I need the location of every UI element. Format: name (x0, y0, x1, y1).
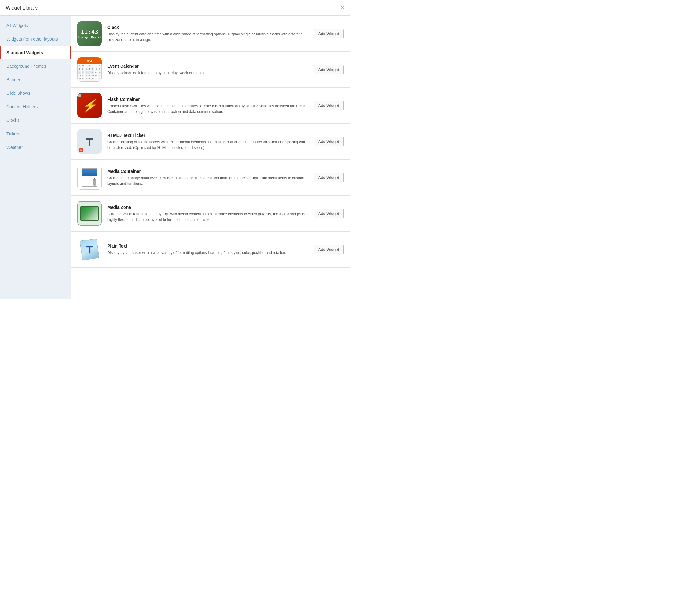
add-widget-button-html5-text-ticker[interactable]: Add Widget (314, 137, 344, 146)
widget-name-event-calendar: Event Calendar (107, 64, 308, 69)
add-widget-button-flash-container[interactable]: Add Widget (314, 101, 344, 110)
add-widget-button-media-container[interactable]: Add Widget (314, 173, 344, 182)
close-button[interactable]: × (341, 5, 344, 11)
widget-info-event-calendar: Event Calendar Display scheduled informa… (107, 64, 308, 76)
sidebar: All WidgetsWidgets from other layoutsSta… (0, 16, 71, 299)
widget-icon-html5-text-ticker: T 5 (77, 129, 102, 154)
widget-icon-plain-text: T (77, 237, 102, 262)
widget-info-media-zone: Media Zone Build the visual foundation o… (107, 205, 308, 222)
widget-name-clock: Clock (107, 25, 308, 30)
media-container-icon (77, 165, 102, 190)
widget-desc-event-calendar: Display scheduled information by hour, d… (107, 70, 308, 76)
widget-row-media-container: Media Container Create and manage multi-… (71, 159, 350, 196)
html5-text-ticker-icon: T 5 (77, 129, 102, 154)
sidebar-item-all-widgets[interactable]: All Widgets (0, 19, 71, 32)
sidebar-item-widgets-other-layouts[interactable]: Widgets from other layouts (0, 32, 71, 46)
content-area: 11:43 Monday, May 25 Clock Display the c… (71, 16, 350, 299)
clock-icon: 11:43 Monday, May 25 (77, 21, 102, 46)
widget-row-clock: 11:43 Monday, May 25 Clock Display the c… (71, 16, 350, 52)
widget-name-flash-container: Flash Container (107, 97, 308, 102)
widget-name-media-zone: Media Zone (107, 205, 308, 210)
svg-rect-0 (93, 179, 96, 185)
widget-info-flash-container: Flash Container Embed Flash SWF files wi… (107, 97, 308, 115)
widget-desc-clock: Display the current date and time with a… (107, 31, 308, 43)
sidebar-item-weather[interactable]: Weather (0, 141, 71, 154)
sidebar-item-standard-widgets[interactable]: Standard Widgets (0, 46, 71, 59)
add-widget-button-clock[interactable]: Add Widget (314, 29, 344, 39)
widget-name-media-container: Media Container (107, 169, 308, 174)
widget-desc-plain-text: Display dynamic text with a wide variety… (107, 250, 308, 255)
widget-name-plain-text: Plain Text (107, 244, 308, 248)
widget-row-html5-text-ticker: T 5 HTML5 Text Ticker Create scrolling o… (71, 124, 350, 159)
widget-desc-flash-container: Embed Flash SWF files with extended scri… (107, 103, 308, 115)
flash-icon: ⚡ (77, 93, 102, 118)
widget-info-plain-text: Plain Text Display dynamic text with a w… (107, 244, 308, 255)
app-window: Widget Library × All WidgetsWidgets from… (0, 0, 350, 299)
widget-desc-html5-text-ticker: Create scrolling or fading tickers with … (107, 139, 308, 150)
widget-icon-flash-container: ⚡ (77, 93, 102, 118)
sidebar-item-tickers[interactable]: Tickers (0, 127, 71, 141)
plain-text-icon: T (77, 237, 102, 262)
title-bar: Widget Library × (0, 0, 350, 16)
add-widget-button-media-zone[interactable]: Add Widget (314, 209, 344, 218)
sidebar-item-background-themes[interactable]: Background Themes (0, 59, 71, 73)
widget-desc-media-zone: Build the visual foundation of any sign … (107, 211, 308, 222)
media-zone-icon (77, 201, 102, 226)
svg-rect-2 (94, 178, 95, 180)
pencil-icon (91, 178, 100, 187)
sidebar-item-content-holders[interactable]: Content Holders (0, 100, 71, 114)
widget-icon-event-calendar: MAY SMTWTFS12345678910111213141516171819… (77, 57, 102, 82)
widget-icon-clock: 11:43 Monday, May 25 (77, 21, 102, 46)
main-layout: All WidgetsWidgets from other layoutsSta… (0, 16, 350, 299)
sidebar-item-clocks[interactable]: Clocks (0, 114, 71, 127)
widget-row-flash-container: ⚡ Flash Container Embed Flash SWF files … (71, 88, 350, 124)
clock-date: Monday, May 25 (78, 36, 101, 39)
widget-info-media-container: Media Container Create and manage multi-… (107, 169, 308, 187)
widget-row-media-zone: Media Zone Build the visual foundation o… (71, 196, 350, 231)
widget-icon-media-zone (77, 201, 102, 226)
widget-desc-media-container: Create and manage multi-level menus cont… (107, 175, 308, 187)
widget-info-clock: Clock Display the current date and time … (107, 25, 308, 43)
widget-row-plain-text: T Plain Text Display dynamic text with a… (71, 231, 350, 268)
calendar-icon: MAY SMTWTFS12345678910111213141516171819… (77, 57, 102, 82)
add-widget-button-plain-text[interactable]: Add Widget (314, 245, 344, 254)
widget-name-html5-text-ticker: HTML5 Text Ticker (107, 133, 308, 138)
widget-icon-media-container (77, 165, 102, 190)
sidebar-item-slide-shows[interactable]: Slide Shows (0, 86, 71, 100)
window-title: Widget Library (6, 5, 38, 11)
widget-row-event-calendar: MAY SMTWTFS12345678910111213141516171819… (71, 52, 350, 88)
widget-info-html5-text-ticker: HTML5 Text Ticker Create scrolling or fa… (107, 133, 308, 150)
add-widget-button-event-calendar[interactable]: Add Widget (314, 65, 344, 74)
clock-time: 11:43 (81, 28, 98, 35)
svg-marker-1 (93, 185, 96, 187)
sidebar-item-banners[interactable]: Banners (0, 73, 71, 86)
